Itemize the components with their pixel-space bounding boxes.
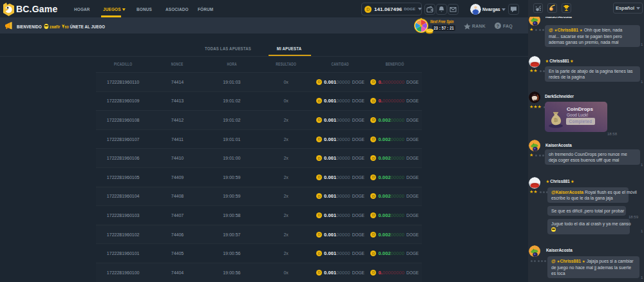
- svg-text:₿: ₿: [554, 117, 558, 123]
